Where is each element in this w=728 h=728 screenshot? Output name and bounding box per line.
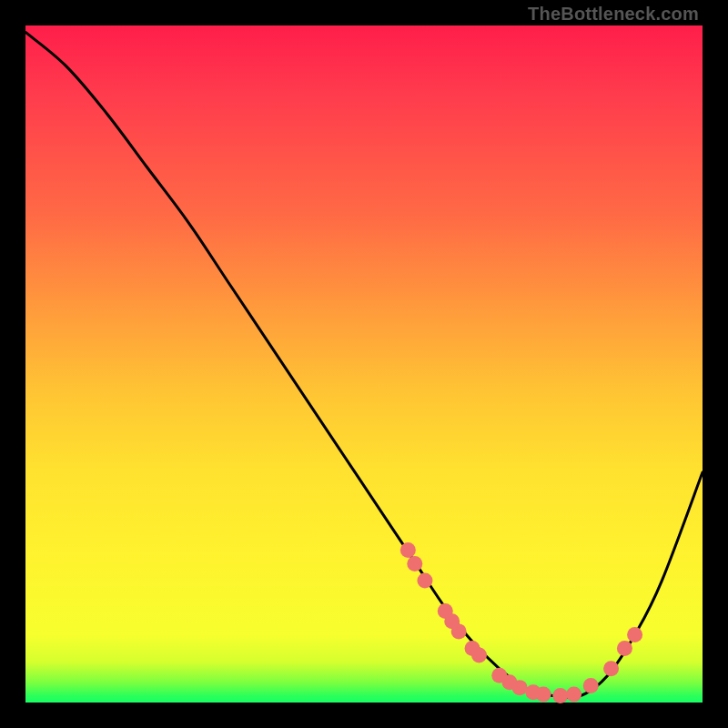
marker-dot [583,678,599,693]
marker-dot [566,687,581,703]
marker-dot [627,627,642,642]
marker-dot [451,623,467,639]
chart-frame [25,25,703,703]
marker-dot [512,680,528,695]
marker-dot [471,647,487,662]
watermark-text: TheBottleneck.com [528,4,699,25]
bottleneck-chart [25,25,703,703]
marker-dot [603,661,619,676]
marker-dot [552,688,568,703]
marker-dot [400,542,416,558]
marker-dot [407,556,422,571]
marker-dot [617,641,632,656]
marker-dot [536,687,551,703]
marker-dot [417,573,432,589]
bottleneck-curve-path [25,32,703,697]
marker-dots [400,542,642,703]
